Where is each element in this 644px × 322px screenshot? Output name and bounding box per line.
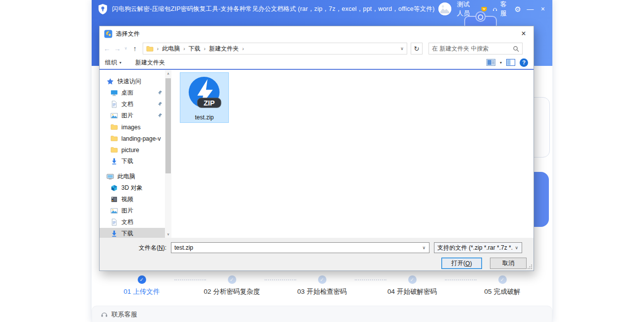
resize-grip[interactable] [527, 264, 533, 269]
sidebar-item-documents-pc[interactable]: 文档 [100, 216, 165, 228]
file-item-test-zip[interactable]: ZIP test.zip [180, 72, 229, 123]
desktop-icon [110, 89, 118, 97]
dialog-close-button[interactable]: × [514, 26, 534, 41]
help-button[interactable]: ? [520, 58, 528, 67]
refresh-icon: ↻ [414, 45, 419, 53]
scroll-down-icon[interactable]: ∨ [165, 231, 171, 238]
scroll-up-icon[interactable]: ∧ [165, 70, 171, 77]
step-check-icon: ✓ [228, 275, 236, 284]
svg-text:ZIP: ZIP [203, 99, 215, 107]
app-title: 闪电狗云解密-压缩包ZIP密码恢复工具-支持各种常见办公文档格式 (rar，zi… [112, 5, 434, 13]
preview-pane-icon[interactable] [506, 59, 515, 66]
step-finish: ✓ 05 完成破解 [457, 275, 547, 296]
user-name[interactable]: 测试人员 [457, 0, 476, 18]
sidebar-item-pictures[interactable]: 图片 [100, 110, 165, 121]
cube-3d-icon [110, 184, 118, 192]
breadcrumb-this-pc[interactable]: 此电脑 [162, 45, 180, 53]
sidebar-item-desktop[interactable]: 桌面 [100, 87, 165, 99]
sidebar-item-downloads[interactable]: 下载 [100, 156, 165, 167]
back-arrow-icon[interactable]: ← [104, 45, 110, 52]
cancel-button[interactable]: 取消 [490, 258, 527, 269]
user-avatar[interactable] [438, 2, 451, 15]
step-upload-file: ✓ 01 上传文件 [97, 275, 187, 296]
step-crack-password: ✓ 04 开始破解密码 [367, 275, 457, 296]
forward-arrow-icon[interactable]: → [114, 45, 121, 52]
filetype-select[interactable]: 支持的文件 (*.zip *.rar *.7z *.c ∨ [434, 242, 522, 253]
pin-icon [158, 90, 162, 95]
pin-icon [158, 113, 162, 118]
open-button[interactable]: 打开(O) [441, 258, 482, 269]
star-icon [107, 78, 114, 85]
file-list-area[interactable]: ZIP test.zip [171, 70, 534, 238]
search-input[interactable] [432, 45, 513, 52]
new-folder-button[interactable]: 新建文件夹 [135, 58, 165, 67]
folder-icon [146, 46, 154, 52]
file-picker-dialog: 选择文件 × ← → ∨ ↑ › 此电脑 › 下载 › 新建文件夹 › ∨ ↻ [99, 26, 534, 271]
step-check-icon: ✓ [318, 275, 326, 284]
step-check-icon: ✓ [138, 275, 146, 284]
avatar-placeholder-icon [438, 2, 451, 15]
sidebar-item-landing-page-folder[interactable]: landing-page-v [100, 133, 165, 144]
address-dropdown-chevron-icon[interactable]: ∨ [400, 46, 404, 51]
computer-icon [107, 173, 114, 180]
support-button[interactable]: 客服 [492, 0, 509, 18]
dialog-bottom-panel: 文件名(N): ∨ 支持的文件 (*.zip *.rar *.7z *.c ∨ … [100, 238, 534, 270]
sidebar-scrollbar[interactable]: ∧ ∨ [165, 70, 171, 238]
picture-icon [110, 207, 118, 215]
sidebar-item-quick-access[interactable]: 快速访问 [100, 76, 165, 87]
search-icon [513, 46, 519, 52]
sidebar-item-this-pc[interactable]: 此电脑 [100, 171, 165, 182]
folder-icon [110, 123, 118, 131]
filename-label: 文件名(N): [100, 244, 171, 252]
app-shield-logo-icon [98, 3, 108, 15]
video-icon [110, 196, 118, 203]
step-check-icon: ✓ [498, 275, 507, 284]
sidebar-item-downloads-pc[interactable]: 下载 [100, 228, 165, 238]
scrollbar-thumb[interactable] [165, 78, 171, 173]
minimize-button[interactable]: — [527, 5, 534, 12]
sidebar-item-images-folder[interactable]: images [100, 121, 165, 133]
contact-support-label: 联系客服 [111, 310, 137, 319]
progress-stepper: ✓ 01 上传文件 ✓ 02 分析密码复杂度 ✓ 03 开始检查密码 ✓ 04 … [97, 275, 547, 296]
filetype-dropdown-chevron-icon: ∨ [512, 245, 521, 250]
dialog-nav-row: ← → ∨ ↑ › 此电脑 › 下载 › 新建文件夹 › ∨ ↻ [100, 41, 534, 56]
step-check-password: ✓ 03 开始检查密码 [277, 275, 367, 296]
dialog-title: 选择文件 [116, 30, 140, 38]
crumb-separator: › [157, 46, 159, 52]
recent-locations-chevron-icon[interactable]: ∨ [124, 47, 127, 51]
dropdown-caret-icon: ▾ [119, 60, 121, 65]
filename-input[interactable] [174, 244, 420, 251]
filename-combobox[interactable]: ∨ [171, 242, 429, 253]
step-analyze-complexity: ✓ 02 分析密码复杂度 [187, 275, 277, 296]
filename-dropdown-chevron-icon[interactable]: ∨ [420, 245, 428, 250]
sidebar-item-picture-folder[interactable]: picture [100, 144, 165, 156]
picture-icon [110, 112, 118, 119]
crumb-separator: › [204, 46, 206, 52]
search-box[interactable] [429, 43, 523, 54]
sidebar-item-videos[interactable]: 视频 [100, 194, 165, 205]
view-thumbnails-icon[interactable] [486, 59, 495, 66]
settings-gear-icon[interactable]: ⚙ [515, 5, 521, 13]
crumb-separator: › [242, 46, 244, 52]
address-bar[interactable]: › 此电脑 › 下载 › 新建文件夹 › ∨ [143, 43, 407, 54]
breadcrumb-downloads[interactable]: 下载 [189, 45, 201, 53]
dialog-titlebar[interactable]: 选择文件 × [100, 26, 534, 41]
crumb-separator: › [183, 46, 185, 52]
up-arrow-icon[interactable]: ↑ [133, 45, 137, 52]
refresh-button[interactable]: ↻ [411, 43, 423, 54]
sidebar-item-3d-objects[interactable]: 3D 对象 [100, 182, 165, 194]
folder-icon [110, 146, 118, 154]
sidebar-item-documents[interactable]: 文档 [100, 99, 165, 110]
close-button[interactable]: × [539, 5, 546, 12]
contact-support-bar[interactable]: 联系客服 [92, 306, 552, 322]
navigation-pane: 快速访问 桌面 文档 图片 images [100, 70, 165, 238]
organize-button[interactable]: 组织 ▾ [105, 58, 121, 67]
pin-icon [158, 102, 162, 107]
dialog-toolbar: 组织 ▾ 新建文件夹 ▾ ? [100, 56, 534, 70]
zip-file-icon: ZIP [186, 75, 223, 113]
download-arrow-icon [110, 230, 118, 237]
folder-icon [110, 135, 118, 142]
view-dropdown-caret-icon[interactable]: ▾ [500, 60, 502, 65]
sidebar-item-pictures-pc[interactable]: 图片 [100, 205, 165, 216]
breadcrumb-new-folder[interactable]: 新建文件夹 [209, 45, 239, 53]
